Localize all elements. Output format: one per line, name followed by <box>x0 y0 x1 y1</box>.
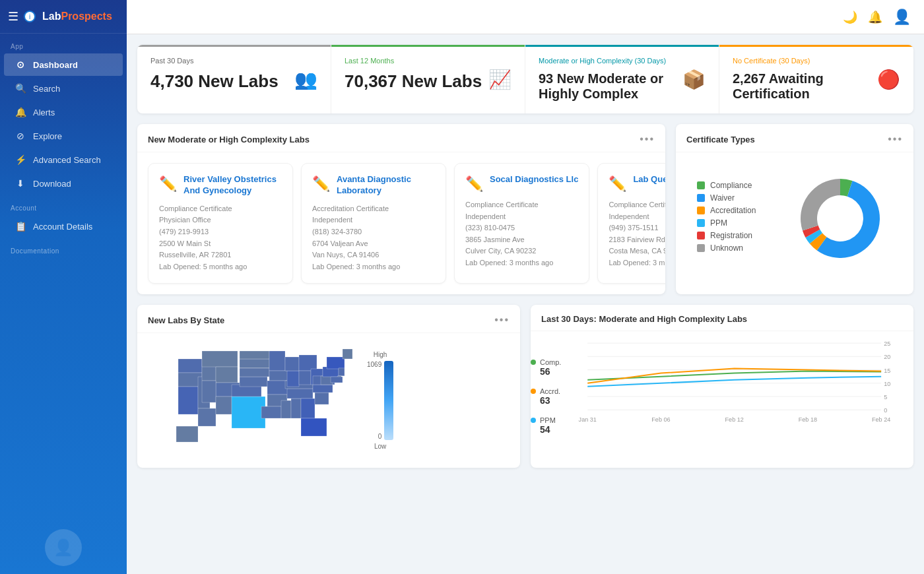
notifications-icon[interactable]: 🔔 <box>868 10 882 24</box>
logo-text: LabProspects <box>42 11 112 22</box>
lab-card[interactable]: ✏️ Avanta Diagnostic Laboratory Accredit… <box>301 163 446 284</box>
y-label: 10 <box>884 381 891 387</box>
stat-label-nocert: No Certificate (30 Days) <box>733 57 900 65</box>
user-avatar-large: 👤 <box>45 529 82 566</box>
sidebar-item-advanced-search[interactable]: ⚡ Advanced Search <box>4 148 123 171</box>
cert-legend-item: Accreditation <box>697 206 756 215</box>
state-ME <box>343 349 352 359</box>
new-labs-menu[interactable]: ••• <box>640 133 655 145</box>
cert-dot <box>697 219 705 227</box>
line-legend-item: Comp. <box>531 358 561 366</box>
cert-legend-item: Unknown <box>697 243 756 253</box>
map-panel-header: New Labs By State ••• <box>137 305 520 333</box>
cert-panel-title: Certificate Types <box>686 135 755 144</box>
cert-legend-item: PPM <box>697 218 756 228</box>
map-panel-menu[interactable]: ••• <box>494 314 510 326</box>
state-GA <box>301 399 315 418</box>
user-menu-icon[interactable]: 👤 <box>893 9 911 26</box>
state-IA <box>269 371 289 381</box>
map-panel-title: New Labs By State <box>148 315 224 325</box>
state-AZ <box>198 408 216 426</box>
cert-legend-label: Compliance <box>710 181 752 190</box>
lab-card-name: Avanta Diagnostic Laboratory <box>337 174 435 197</box>
sidebar-item-search[interactable]: 🔍 Search <box>4 77 123 100</box>
line-series <box>588 369 882 383</box>
cert-legend-label: Waiver <box>710 193 735 203</box>
lab-card[interactable]: ✏️ River Valley Obstetrics And Gynecolog… <box>148 163 293 284</box>
cert-chart-area <box>777 159 903 278</box>
sidebar-item-alerts[interactable]: 🔔 Alerts <box>4 101 123 123</box>
cert-dot <box>697 232 705 239</box>
lab-card-icon: ✏️ <box>312 175 330 193</box>
lab-card-detail: Compliance Certificate Independent (323)… <box>465 199 578 269</box>
line-stats: Comp. 56 Accrd. 63 PPM 54 <box>531 331 561 462</box>
x-label: Feb 24 <box>872 417 890 424</box>
logo-icon: i <box>24 11 36 22</box>
stat-card-nocert: No Certificate (30 Days) 2,267 Awaiting … <box>719 45 913 113</box>
account-details-icon: 📋 <box>15 221 26 232</box>
sidebar-label-account-details: Account Details <box>33 222 92 232</box>
sidebar-item-explore[interactable]: ⊘ Explore <box>4 125 123 147</box>
state-MN <box>269 351 285 371</box>
x-label: Jan 31 <box>579 417 597 424</box>
state-AL <box>291 399 301 418</box>
explore-icon: ⊘ <box>15 131 26 141</box>
line-dot <box>531 360 536 365</box>
cert-legend-item: Waiver <box>697 193 756 203</box>
stat-card-last12: Last 12 Months 70,367 New Labs 📈 <box>331 45 525 113</box>
sidebar-bottom: 👤 <box>0 521 127 574</box>
hamburger-icon[interactable]: ☰ <box>8 9 18 24</box>
cert-panel-menu[interactable]: ••• <box>888 133 903 145</box>
state-SD <box>240 359 269 368</box>
stat-icon-moderate: 📦 <box>682 69 706 90</box>
cert-dot <box>697 181 705 189</box>
sidebar: ☰ i LabProspects App ⊙ Dashboard 🔍 Searc… <box>0 0 127 574</box>
theme-toggle-icon[interactable]: 🌙 <box>843 10 857 24</box>
new-labs-title: New Moderate or High Complexity Labs <box>148 135 310 144</box>
state-WY <box>216 367 238 383</box>
lab-card-name: Lab Que <box>633 174 665 185</box>
lab-card[interactable]: ✏️ Socal Diagnostics Llc Compliance Cert… <box>454 163 589 284</box>
line-legend-item: PPM <box>531 416 561 424</box>
sidebar-item-dashboard[interactable]: ⊙ Dashboard <box>4 53 123 76</box>
stat-icon-nocert: 🔴 <box>877 69 900 90</box>
main-content: Past 30 Days 4,730 New Labs 👥 Last 12 Mo… <box>127 34 924 574</box>
cert-dot <box>697 194 705 202</box>
state-LA <box>261 406 281 418</box>
line-dot <box>531 418 536 423</box>
sidebar-section-app: App <box>0 34 127 53</box>
cert-legend-label: Unknown <box>710 243 743 253</box>
sidebar-section-account: Account <box>0 195 127 214</box>
stat-card-past30: Past 30 Days 4,730 New Labs 👥 <box>137 45 331 113</box>
state-FL <box>301 418 327 436</box>
lab-cards-container: ✏️ River Valley Obstetrics And Gynecolog… <box>137 152 665 294</box>
advanced-search-icon: ⚡ <box>15 154 26 165</box>
sidebar-section-docs: Documentation <box>0 238 127 257</box>
map-legend: High 1069 0 Low <box>367 351 393 450</box>
state-NM <box>216 397 232 414</box>
search-icon: 🔍 <box>15 83 26 94</box>
sidebar-item-download[interactable]: ⬇ Download <box>4 172 123 195</box>
sidebar-item-account-details[interactable]: 📋 Account Details <box>4 215 123 238</box>
stat-value-nocert: 2,267 Awaiting Certification <box>733 71 900 102</box>
lab-card-name: River Valley Obstetrics And Gynecology <box>183 174 282 197</box>
map-legend-high-label: High <box>374 351 387 358</box>
stat-card-moderate: Moderate or High Complexity (30 Days) 93… <box>525 45 719 113</box>
stat-value-past30: 4,730 New Labs <box>150 71 317 92</box>
main-area: 🌙 🔔 👤 Past 30 Days 4,730 New Labs 👥 Last… <box>127 0 924 574</box>
state-CA <box>178 387 198 414</box>
stat-value-last12: 70,367 New Labs <box>345 71 512 92</box>
bottom-content-row: New Labs By State ••• High 1069 0 <box>137 305 913 468</box>
state-TN <box>287 389 313 399</box>
new-labs-panel: New Moderate or High Complexity Labs •••… <box>137 124 665 294</box>
lab-card[interactable]: ✏️ Lab Que Compliance Certificate Indepe… <box>597 163 665 284</box>
dashboard-icon: ⊙ <box>15 59 26 70</box>
state-AK <box>176 426 198 442</box>
x-label: Feb 06 <box>652 417 671 424</box>
y-label: 5 <box>884 394 888 400</box>
lab-card-icon: ✏️ <box>159 175 177 193</box>
stat-icon-past30: 👥 <box>294 69 317 90</box>
y-label: 20 <box>884 354 891 361</box>
stat-cards-row: Past 30 Days 4,730 New Labs 👥 Last 12 Mo… <box>137 45 913 113</box>
stat-label-moderate: Moderate or High Complexity (30 Days) <box>539 57 706 65</box>
